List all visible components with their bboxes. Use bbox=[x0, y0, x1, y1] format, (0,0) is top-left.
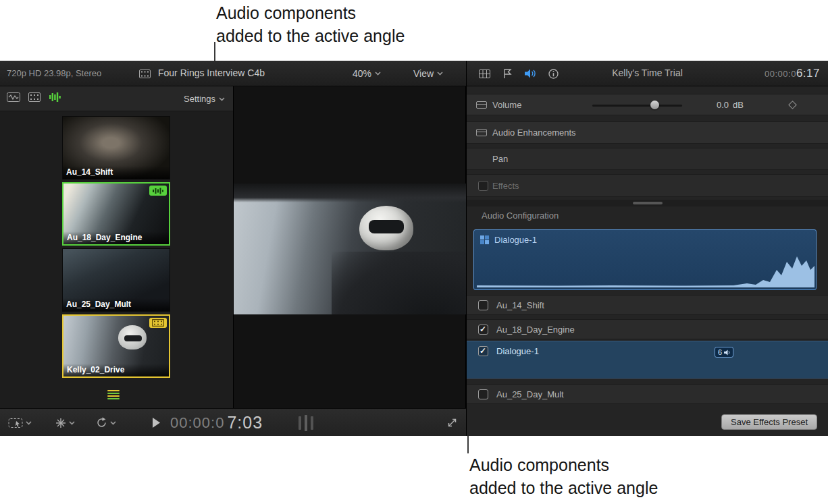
header-bar: 720p HD 23.98p, Stereo Four Rings Interv… bbox=[0, 61, 828, 86]
view-label: View bbox=[413, 68, 434, 79]
angle-thumb-au14[interactable]: Au_14_Shift bbox=[62, 116, 170, 179]
volume-slider-thumb[interactable] bbox=[650, 101, 659, 109]
viewer-video-frame bbox=[234, 184, 467, 314]
filmstrip-icon bbox=[139, 69, 151, 78]
volume-value[interactable]: 0.0 bbox=[704, 94, 729, 115]
play-icon bbox=[153, 418, 161, 428]
project-title: Four Rings Interview C4b bbox=[158, 61, 265, 86]
inspector-header: Kelly's Time Trial 00:00:06:17 bbox=[466, 61, 828, 86]
section-splitter[interactable] bbox=[467, 200, 828, 206]
audio-enhancements-label: Audio Enhancements bbox=[492, 122, 576, 143]
timecode-dim: 00:00:0 bbox=[170, 414, 224, 432]
top-callout-line-dark bbox=[214, 42, 215, 61]
settings-label: Settings bbox=[184, 94, 215, 104]
top-callout: Audio components added to the active ang… bbox=[216, 1, 405, 47]
expand-icon bbox=[446, 417, 458, 428]
video-audio-display-icon[interactable] bbox=[7, 92, 20, 102]
timecode-dim: 00:00:0 bbox=[765, 69, 796, 79]
angle-viewer-panel: Settings Au_14_Shift Au_18_Day_Engine Au… bbox=[0, 86, 233, 408]
audio-inspector: Volume 0.0 dB Audio Enhancements Pan Eff… bbox=[466, 86, 828, 436]
chevron-down-icon bbox=[375, 72, 381, 76]
active-audio-badge-icon bbox=[149, 186, 167, 196]
timecode-bright: 7:03 bbox=[227, 413, 263, 432]
channel-count: 6 bbox=[718, 348, 722, 356]
effects-checkbox[interactable] bbox=[478, 181, 488, 191]
angle-thumb-au18-active-audio[interactable]: Au_18_Day_Engine bbox=[62, 182, 170, 246]
component-row-au14[interactable]: Au_14_Shift bbox=[467, 295, 828, 315]
channel-count-badge: 6 bbox=[715, 347, 733, 358]
angle-thumb-kelly-active-video[interactable]: Kelly_02_Drive bbox=[62, 314, 170, 378]
panel-icon bbox=[476, 101, 487, 109]
channel-grid-icon bbox=[480, 235, 489, 244]
component-name: Dialogue-1 bbox=[496, 341, 539, 362]
driver-body-shape bbox=[332, 252, 467, 314]
volume-label: Volume bbox=[492, 94, 521, 115]
component-name: Au_14_Shift bbox=[496, 296, 544, 316]
component-checkbox[interactable] bbox=[478, 300, 488, 310]
chevron-down-icon bbox=[26, 421, 32, 425]
bottom-callout-line1: Audio components bbox=[469, 453, 658, 476]
angle-name: Kelly_02_Drive bbox=[63, 364, 169, 376]
view-dropdown[interactable]: View bbox=[413, 61, 443, 86]
volume-unit: dB bbox=[733, 94, 744, 115]
enhancements-icon bbox=[55, 418, 66, 428]
keyframe-diamond-icon[interactable] bbox=[788, 101, 797, 109]
chevron-down-icon bbox=[437, 72, 443, 76]
page: Audio components added to the active ang… bbox=[0, 0, 828, 504]
waveform-graphic bbox=[477, 250, 814, 287]
retime-dropdown[interactable] bbox=[96, 409, 116, 437]
save-effects-preset-button[interactable]: Save Effects Preset bbox=[721, 414, 817, 430]
angle-thumb-au25[interactable]: Au_25_Day_Mult bbox=[62, 248, 170, 312]
viewer-pane bbox=[233, 86, 466, 408]
pan-row[interactable]: Pan bbox=[467, 148, 828, 170]
panel-icon bbox=[476, 129, 487, 136]
format-label: 720p HD 23.98p, Stereo bbox=[7, 61, 101, 86]
component-checkbox[interactable] bbox=[478, 325, 488, 335]
active-video-badge-icon bbox=[149, 318, 167, 328]
audio-waveform-icon[interactable] bbox=[49, 92, 61, 103]
bottom-callout: Audio components added to the active ang… bbox=[469, 453, 658, 499]
component-row-dialogue1-selected[interactable]: Dialogue-1 6 bbox=[467, 341, 828, 379]
angle-viewer-toolbar: Settings bbox=[0, 86, 233, 111]
app-window: 720p HD 23.98p, Stereo Four Rings Interv… bbox=[0, 61, 828, 436]
pan-label: Pan bbox=[492, 148, 508, 169]
tool-select-icon bbox=[8, 418, 23, 428]
car-roof-shape bbox=[234, 184, 467, 202]
component-checkbox[interactable] bbox=[478, 346, 488, 356]
component-checkbox[interactable] bbox=[478, 389, 488, 399]
channel-strip-dialogue1[interactable]: Dialogue-1 bbox=[473, 229, 817, 290]
timecode-bright: 6:17 bbox=[796, 67, 820, 80]
visor-shape bbox=[124, 335, 142, 341]
component-name: Au_25_Day_Mult bbox=[496, 385, 564, 405]
angle-name: Au_14_Shift bbox=[63, 166, 170, 179]
chevron-down-icon bbox=[69, 421, 75, 425]
mini-scrubber[interactable] bbox=[299, 409, 313, 437]
inspector-timecode[interactable]: 00:00:06:17 bbox=[765, 61, 820, 86]
audio-enhancements-row[interactable]: Audio Enhancements bbox=[467, 121, 828, 144]
volume-slider-track[interactable] bbox=[592, 105, 682, 107]
settings-dropdown[interactable]: Settings bbox=[184, 86, 225, 111]
angle-name: Au_25_Day_Mult bbox=[63, 298, 170, 311]
expand-viewer-button[interactable] bbox=[446, 409, 458, 437]
tool-select-dropdown[interactable] bbox=[8, 409, 32, 437]
playhead-timecode[interactable]: 00:00:07:03 bbox=[170, 409, 263, 437]
visor-shape bbox=[369, 220, 404, 233]
bottom-callout-line2: added to the active angle bbox=[469, 476, 658, 499]
component-row-au25[interactable]: Au_25_Day_Mult bbox=[467, 384, 828, 404]
component-name: Au_18_Day_Engine bbox=[496, 320, 575, 340]
zoom-dropdown[interactable]: 40% bbox=[353, 61, 381, 86]
film-display-icon[interactable] bbox=[28, 92, 41, 102]
play-button[interactable] bbox=[153, 409, 161, 437]
top-callout-line1: Audio components bbox=[216, 1, 405, 24]
bottom-callout-line-dark bbox=[467, 436, 469, 453]
top-callout-line2: added to the active angle bbox=[216, 24, 405, 47]
component-row-au18[interactable]: Au_18_Day_Engine bbox=[467, 319, 828, 339]
volume-row: Volume 0.0 dB bbox=[467, 94, 828, 115]
enhancements-dropdown[interactable] bbox=[55, 409, 75, 437]
retime-icon bbox=[96, 417, 107, 428]
viewer-header: 720p HD 23.98p, Stereo Four Rings Interv… bbox=[0, 61, 466, 86]
splitter-handle-icon bbox=[633, 202, 663, 204]
channel-strip-name: Dialogue-1 bbox=[494, 235, 537, 245]
audio-meters-icon[interactable] bbox=[107, 390, 120, 399]
effects-row[interactable]: Effects bbox=[467, 174, 828, 197]
